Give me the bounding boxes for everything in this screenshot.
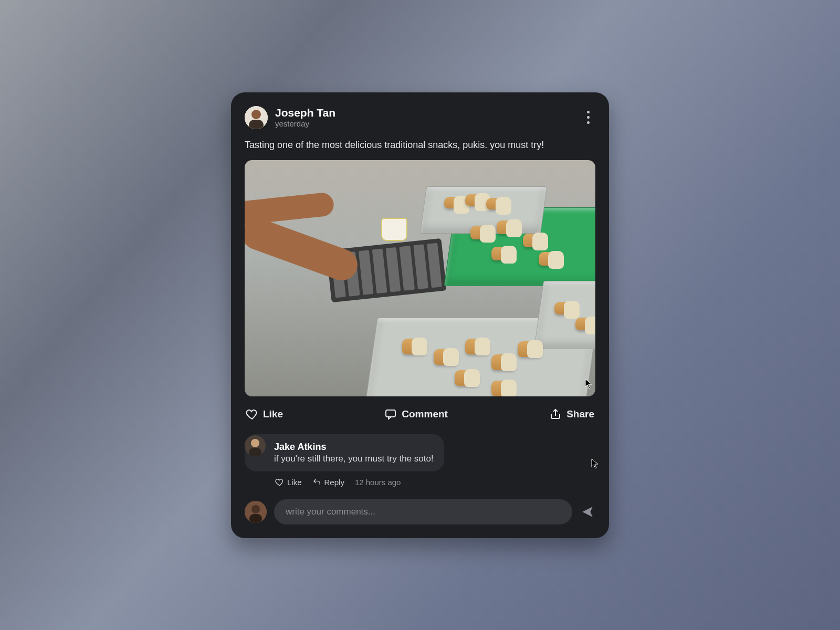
comment-reply-button[interactable]: Reply <box>312 478 344 487</box>
comment-label: Comment <box>402 408 448 420</box>
comment-icon <box>384 408 397 421</box>
post-image[interactable] <box>245 160 595 396</box>
comment-button[interactable]: Comment <box>384 408 448 421</box>
send-icon <box>581 505 594 519</box>
svg-point-8 <box>251 505 260 513</box>
heart-icon <box>275 478 284 487</box>
more-options-button[interactable] <box>581 111 595 124</box>
svg-rect-9 <box>249 514 262 523</box>
comment-like-label: Like <box>287 478 302 487</box>
heart-icon <box>246 408 258 421</box>
svg-rect-6 <box>249 448 261 456</box>
comment-item: Jake Atkins if you're still there, you m… <box>245 434 595 487</box>
send-button[interactable] <box>580 504 595 520</box>
commenter-name[interactable]: Jake Atkins <box>274 442 434 453</box>
comment-reply-label: Reply <box>324 478 344 487</box>
post-timestamp: yesterday <box>275 119 581 128</box>
dots-icon <box>587 111 590 113</box>
comment-like-button[interactable]: Like <box>275 478 302 487</box>
comment-actions: Like Reply 12 hours ago <box>266 478 595 487</box>
svg-point-1 <box>251 110 261 119</box>
like-label: Like <box>263 408 283 420</box>
post-header-text: Joseph Tan yesterday <box>275 107 581 128</box>
svg-rect-2 <box>249 120 264 129</box>
svg-point-5 <box>251 439 259 447</box>
comment-text: if you're still there, you must try the … <box>274 454 434 464</box>
post-actions: Like Comment Share <box>245 406 595 423</box>
current-user-avatar[interactable] <box>245 501 267 523</box>
commenter-avatar[interactable] <box>245 435 266 456</box>
post-header: Joseph Tan yesterday <box>245 106 595 129</box>
share-icon <box>549 408 562 421</box>
comment-timestamp: 12 hours ago <box>355 478 401 487</box>
post-body-text: Tasting one of the most delicious tradit… <box>245 140 595 151</box>
comment-input[interactable] <box>274 499 572 524</box>
share-label: Share <box>566 408 594 420</box>
post-card: Joseph Tan yesterday Tasting one of the … <box>231 92 609 538</box>
author-name[interactable]: Joseph Tan <box>275 107 581 119</box>
comment-bubble: Jake Atkins if you're still there, you m… <box>245 434 444 471</box>
svg-rect-3 <box>386 410 395 417</box>
like-button[interactable]: Like <box>246 408 283 421</box>
share-button[interactable]: Share <box>549 408 594 421</box>
author-avatar[interactable] <box>245 106 268 129</box>
reply-icon <box>312 478 321 487</box>
comment-composer <box>245 499 595 524</box>
